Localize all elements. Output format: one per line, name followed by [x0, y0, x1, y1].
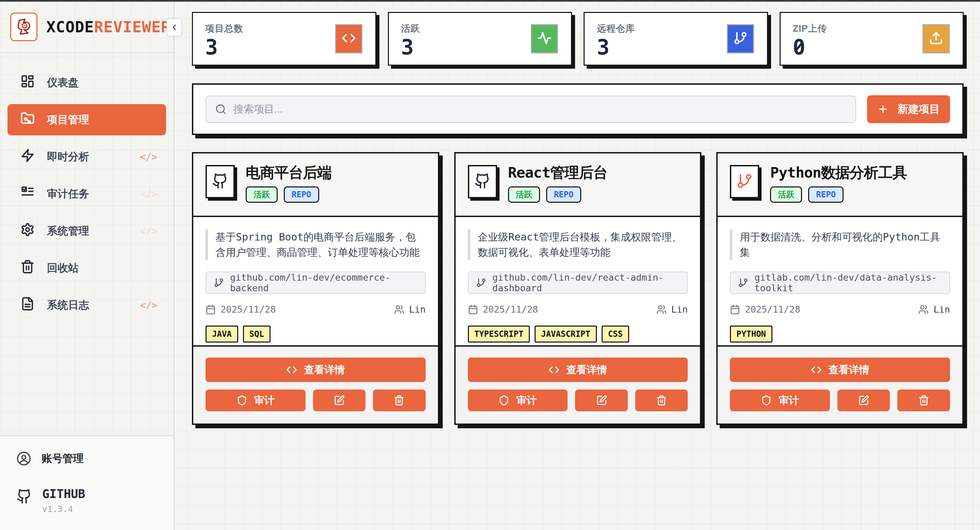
project-card: Python数据分析工具 活跃 REPO 用于数据清洗、分析和可视化的Pytho…: [716, 152, 964, 425]
project-description: 企业级React管理后台模板，集成权限管理、数据可视化、表单处理等功能: [468, 229, 688, 260]
repo-url-box: github.com/lin-dev/ecommerce-backend: [205, 271, 426, 294]
audit-label: 审计: [254, 394, 275, 408]
sidebar-nav-label: 即时分析: [47, 150, 89, 164]
sidebar-nav-item[interactable]: 仪表盘: [8, 67, 166, 98]
status-badge: REPO: [546, 186, 582, 203]
app-title-primary: XCODE: [46, 18, 94, 36]
status-badge: REPO: [284, 186, 319, 203]
sidebar-nav-item[interactable]: 审计任务 </>: [8, 178, 166, 209]
shield-icon: [498, 395, 509, 406]
view-details-button[interactable]: 查看详情: [730, 357, 950, 382]
sidebar-nav-item[interactable]: 系统日志 </>: [8, 289, 166, 321]
search-icon: [215, 103, 227, 115]
code-icon: [549, 364, 559, 375]
sidebar-nav-item[interactable]: 即时分析 </>: [8, 141, 166, 173]
repo-url-box: github.com/lin-dev/react-admin-dashboard: [468, 271, 688, 294]
chevron-left-icon: [170, 23, 179, 32]
project-badges: 活跃 REPO: [246, 186, 331, 203]
account-management-label: 账号管理: [41, 451, 84, 466]
task-list-icon: [21, 186, 35, 202]
project-card-body: 基于Spring Boot的电商平台后端服务，包含用户管理、商品管理、订单处理等…: [193, 217, 438, 345]
audit-button[interactable]: 审计: [730, 389, 830, 411]
stat-value: 3: [205, 36, 218, 58]
project-date: 2025/11/28: [730, 304, 800, 315]
stat-value: 0: [793, 36, 805, 58]
trash-icon: [918, 395, 929, 406]
project-card-header: 电商平台后端 活跃 REPO: [193, 154, 438, 217]
delete-button[interactable]: [635, 389, 688, 411]
stat-card: 活跃 3: [388, 12, 572, 66]
repo-url: gitlab.com/lin-dev/data-analysis-toolkit: [754, 272, 942, 293]
new-project-button[interactable]: 新建项目: [867, 95, 950, 123]
code-icon: [342, 31, 356, 47]
project-description: 基于Spring Boot的电商平台后端服务，包含用户管理、商品管理、订单处理等…: [205, 229, 426, 260]
language-tag: TYPESCRIPT: [468, 325, 530, 343]
project-badges: 活跃 REPO: [508, 186, 608, 203]
code-watermark-icon: </>: [140, 225, 157, 237]
project-card-header: Python数据分析工具 活跃 REPO: [718, 154, 962, 217]
github-icon: [212, 173, 228, 190]
trash-icon: [656, 395, 667, 406]
project-card-footer: 查看详情 审计: [456, 345, 700, 424]
stat-card: 项目总数 3: [192, 12, 376, 66]
account-management-item[interactable]: 账号管理: [16, 451, 157, 466]
sidebar-nav-label: 系统管理: [47, 224, 89, 238]
action-button-row: 审计: [730, 389, 950, 411]
edit-button[interactable]: [313, 389, 366, 411]
sidebar-nav-item[interactable]: 回收站: [8, 252, 166, 284]
audit-label: 审计: [778, 394, 799, 408]
project-meta: 2025/11/28 Lin: [730, 304, 950, 315]
project-icon-box: [730, 165, 759, 198]
sidebar-collapse-button[interactable]: [166, 18, 182, 36]
status-badge: REPO: [808, 186, 843, 203]
repo-url: github.com/lin-dev/react-admin-dashboard: [492, 272, 680, 293]
sidebar-footer: 账号管理 GITHUB v1.3.4: [0, 435, 173, 530]
project-date-value: 2025/11/28: [745, 304, 800, 315]
calendar-icon: [730, 305, 740, 315]
users-icon: [394, 305, 404, 315]
edit-icon: [334, 395, 345, 406]
view-details-button[interactable]: 查看详情: [205, 357, 426, 382]
project-owner: Lin: [656, 304, 688, 315]
project-grid: 电商平台后端 活跃 REPO 基于Spring Boot的电商平台后端服务，包含…: [192, 152, 964, 425]
search-input[interactable]: [234, 103, 846, 115]
project-date: 2025/11/28: [205, 304, 276, 315]
app-title: XCODEREVIEWER: [46, 18, 170, 36]
git-branch-icon: [738, 278, 748, 288]
code-icon: [286, 364, 297, 375]
delete-button[interactable]: [373, 389, 426, 411]
audit-button[interactable]: 审计: [468, 389, 568, 411]
window-top-edge: [0, 0, 980, 2]
stat-icon-box: [335, 24, 363, 53]
edit-button[interactable]: [575, 389, 628, 411]
project-badges: 活跃 REPO: [770, 186, 907, 203]
project-card: React管理后台 活跃 REPO 企业级React管理后台模板，集成权限管理、…: [454, 152, 702, 425]
git-branch-icon: [737, 173, 753, 190]
action-button-row: 审计: [468, 389, 688, 411]
project-title: React管理后台: [508, 165, 608, 180]
code-watermark-icon: </>: [140, 300, 157, 311]
stat-card: ZIP上传 0: [780, 12, 964, 66]
sidebar-nav-label: 仪表盘: [47, 76, 79, 90]
code-icon: [811, 364, 822, 375]
github-brand-label: GITHUB: [42, 487, 85, 501]
github-brand-row: GITHUB v1.3.4: [16, 487, 157, 514]
upload-icon: [929, 31, 943, 47]
language-tag: JAVASCRIPT: [535, 325, 597, 343]
edit-button[interactable]: [837, 389, 890, 411]
project-card-footer: 查看详情 审计: [193, 345, 438, 424]
audit-button[interactable]: 审计: [205, 389, 305, 411]
sidebar-nav-label: 审计任务: [47, 187, 89, 201]
git-branch-icon: [214, 278, 224, 288]
sidebar-nav-item[interactable]: 系统管理 </>: [8, 215, 166, 247]
app-logo: [10, 13, 37, 41]
project-title: 电商平台后端: [246, 165, 331, 180]
project-meta: 2025/11/28 Lin: [468, 304, 688, 315]
language-tag: PYTHON: [730, 325, 772, 343]
delete-button[interactable]: [897, 389, 950, 411]
sidebar-nav-item[interactable]: 项目管理: [8, 104, 166, 135]
project-card-body: 用于数据清洗、分析和可视化的Python工具集 gitlab.com/lin-d…: [718, 217, 962, 345]
users-icon: [918, 305, 929, 315]
project-date-value: 2025/11/28: [221, 304, 276, 315]
view-details-button[interactable]: 查看详情: [468, 357, 688, 382]
